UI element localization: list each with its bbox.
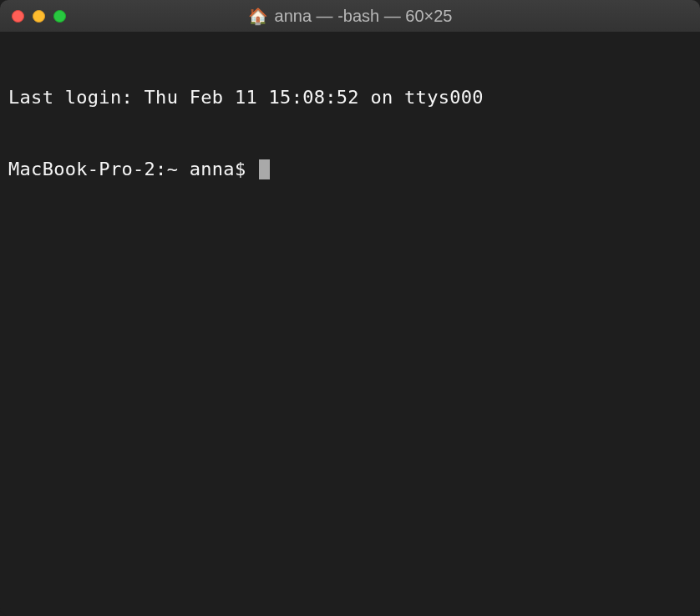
maximize-icon[interactable] [53, 10, 66, 23]
last-login-line: Last login: Thu Feb 11 15:08:52 on ttys0… [8, 86, 692, 110]
cursor-block [259, 159, 270, 179]
minimize-icon[interactable] [33, 10, 45, 23]
close-icon[interactable] [12, 10, 24, 23]
prompt-text: MacBook-Pro-2:~ anna$ [8, 158, 257, 182]
traffic-lights [12, 10, 66, 23]
titlebar[interactable]: 🏠 anna — -bash — 60×25 [0, 0, 700, 32]
window-title: anna — -bash — 60×25 [275, 7, 453, 26]
terminal-body[interactable]: Last login: Thu Feb 11 15:08:52 on ttys0… [0, 32, 700, 616]
home-icon: 🏠 [248, 8, 268, 24]
prompt-line: MacBook-Pro-2:~ anna$ [8, 158, 692, 182]
terminal-window: 🏠 anna — -bash — 60×25 Last login: Thu F… [0, 0, 700, 616]
window-title-wrap: 🏠 anna — -bash — 60×25 [0, 7, 700, 26]
